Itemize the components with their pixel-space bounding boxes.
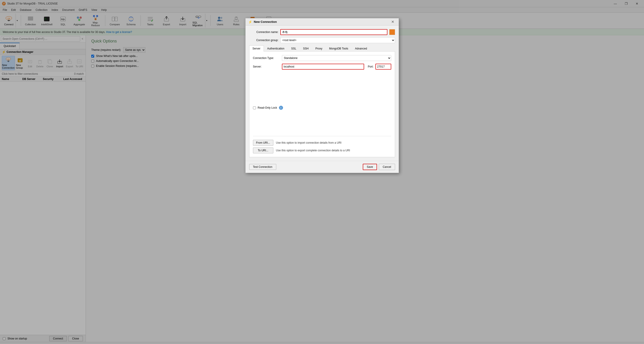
- from-uri-help: Use this option to import connection det…: [276, 141, 342, 144]
- conn-name-label: Connection name:: [249, 30, 278, 34]
- test-connection-button[interactable]: Test Connection: [249, 164, 276, 170]
- conn-name-input[interactable]: [280, 29, 388, 35]
- readonly-checkbox[interactable]: [253, 106, 256, 109]
- uri-section: From URI... Use this option to import co…: [253, 136, 391, 153]
- to-uri-row: To URI... Use this option to export comp…: [253, 148, 391, 153]
- modal-footer: Test Connection Save Cancel: [246, 161, 399, 173]
- tab-authentication-label: Authentication: [267, 47, 284, 50]
- conn-type-label: Connection Type:: [253, 56, 280, 60]
- tab-advanced-label: Advanced: [355, 47, 367, 50]
- conn-group-row: Connection group: <root level>: [249, 37, 395, 43]
- tab-proxy-label: Proxy: [315, 47, 322, 50]
- info-badge[interactable]: i: [279, 106, 283, 110]
- from-uri-button[interactable]: From URI...: [253, 140, 273, 146]
- to-uri-help: Use this option to export complete conne…: [276, 149, 350, 152]
- tab-proxy[interactable]: Proxy: [312, 46, 326, 52]
- modal-overlay: ⚡ New Connection ✕ Connection name: Conn…: [0, 0, 644, 344]
- bottom-spacer: [253, 110, 391, 132]
- port-input[interactable]: [376, 64, 391, 70]
- save-button[interactable]: Save: [363, 164, 377, 170]
- server-label: Server:: [253, 65, 280, 68]
- tab-authentication[interactable]: Authentication: [264, 46, 288, 52]
- new-connection-modal: ⚡ New Connection ✕ Connection name: Conn…: [245, 18, 399, 173]
- tab-ssh-label: SSH: [303, 47, 309, 50]
- modal-footer-buttons: Save Cancel: [363, 164, 395, 170]
- tab-server-label: Server: [252, 47, 260, 50]
- tab-advanced[interactable]: Advanced: [352, 46, 370, 52]
- readonly-label: Read-Only Lock: [258, 106, 277, 109]
- color-picker-button[interactable]: [389, 29, 395, 35]
- to-uri-button[interactable]: To URI...: [253, 148, 273, 153]
- tab-server[interactable]: Server: [249, 46, 264, 52]
- tab-ssl[interactable]: SSL: [288, 46, 300, 52]
- tab-mongodb-tools[interactable]: MongoDB Tools: [326, 46, 352, 52]
- from-uri-row: From URI... Use this option to import co…: [253, 140, 391, 146]
- conn-group-label: Connection group:: [249, 38, 278, 42]
- cancel-button[interactable]: Cancel: [379, 164, 395, 170]
- tab-mongodb-tools-label: MongoDB Tools: [329, 47, 348, 50]
- server-row: Server: Port:: [253, 64, 391, 70]
- conn-group-select[interactable]: <root level>: [280, 37, 395, 43]
- modal-title-bar: ⚡ New Connection ✕: [246, 18, 399, 26]
- modal-body: Connection name: Connection group: <root…: [246, 26, 399, 161]
- conn-name-row: Connection name:: [249, 29, 395, 35]
- readonly-row: Read-Only Lock i: [253, 106, 391, 110]
- tab-ssl-label: SSL: [291, 47, 296, 50]
- modal-tabs: Server Authentication SSL SSH Proxy Mong…: [249, 46, 395, 52]
- server-spacer: [253, 72, 391, 104]
- port-label: Port:: [368, 65, 374, 68]
- modal-title-icon: ⚡: [248, 20, 252, 24]
- server-input[interactable]: [282, 64, 364, 70]
- modal-tab-content-server: Connection Type: Standalone Server: Port…: [249, 52, 395, 157]
- modal-title-text: New Connection: [254, 20, 390, 24]
- modal-close-button[interactable]: ✕: [390, 19, 396, 25]
- conn-type-select[interactable]: Standalone: [282, 55, 391, 61]
- tab-ssh[interactable]: SSH: [300, 46, 312, 52]
- conn-type-row: Connection Type: Standalone: [253, 55, 391, 61]
